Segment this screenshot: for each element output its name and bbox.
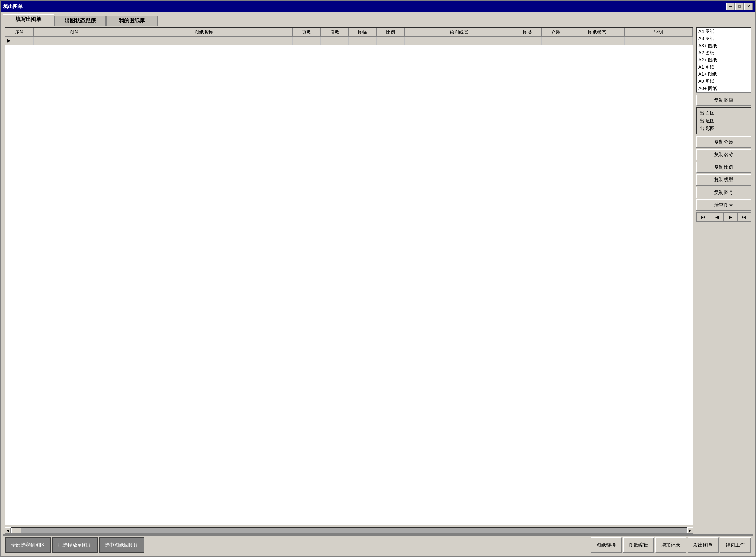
empty-cell bbox=[405, 36, 514, 45]
send-drawing-btn[interactable]: 发出图单 bbox=[688, 537, 719, 553]
output-color-btn[interactable]: 出 彩图 bbox=[698, 125, 750, 133]
tab-status-tracking[interactable]: 出图状态跟踪 bbox=[54, 16, 106, 26]
empty-cell bbox=[33, 36, 115, 45]
scroll-right-btn[interactable]: ▶ bbox=[687, 527, 693, 534]
col-header-medium: 介质 bbox=[542, 28, 570, 36]
content-area: 序号 图号 图纸名称 页数 份数 图幅 比例 绘图线宽 图类 介质 图纸状态 bbox=[3, 26, 753, 535]
paper-a3[interactable]: A3 图纸 bbox=[697, 35, 751, 42]
paper-a1[interactable]: A1 图纸 bbox=[697, 64, 751, 71]
title-bar: 填出图单 — □ ✕ bbox=[1, 1, 755, 12]
col-header-frame: 图幅 bbox=[349, 28, 377, 36]
paper-a3plus[interactable]: A3+ 图纸 bbox=[697, 42, 751, 50]
col-header-pages: 页数 bbox=[293, 28, 321, 36]
empty-cell bbox=[377, 36, 405, 45]
window-body: 填写出图单 出图状态跟踪 我的图纸库 序号 图号 图纸名称 页数 bbox=[1, 12, 755, 556]
scroll-left-btn[interactable]: ◀ bbox=[4, 527, 11, 534]
add-record-btn[interactable]: 增加记录 bbox=[655, 537, 686, 553]
paper-a0plus[interactable]: A0+ 图纸 bbox=[697, 85, 751, 92]
select-all-btn[interactable]: 全部选定到图区 bbox=[5, 537, 51, 553]
tab-fill-drawing[interactable]: 填写出图单 bbox=[3, 14, 54, 26]
paper-a2plus[interactable]: A2+ 图纸 bbox=[697, 57, 751, 64]
nav-prev-btn[interactable]: ◀ bbox=[710, 213, 724, 221]
close-button[interactable]: ✕ bbox=[744, 3, 753, 10]
return-to-library-btn[interactable]: 选中图纸回图库 bbox=[99, 537, 145, 553]
tab-bar: 填写出图单 出图状态跟踪 我的图纸库 bbox=[3, 14, 753, 26]
copy-drawing-no-button[interactable]: 复制图号 bbox=[696, 187, 752, 198]
col-header-linewidth: 绘图线宽 bbox=[405, 28, 514, 36]
col-header-copies: 份数 bbox=[320, 28, 349, 36]
scroll-thumb[interactable] bbox=[11, 528, 21, 533]
empty-cell bbox=[514, 36, 542, 45]
nav-next-btn[interactable]: ▶ bbox=[724, 213, 737, 221]
col-header-scale: 比例 bbox=[377, 28, 405, 36]
output-base-btn[interactable]: 出 底图 bbox=[698, 117, 750, 125]
paper-a4[interactable]: A4 图纸 bbox=[697, 28, 751, 35]
drawing-edit-btn[interactable]: 图纸编辑 bbox=[623, 537, 654, 553]
window-controls: — □ ✕ bbox=[726, 3, 753, 10]
copy-linetype-button[interactable]: 复制线型 bbox=[696, 174, 752, 185]
tab-my-library[interactable]: 我的图纸库 bbox=[106, 16, 158, 26]
paper-a2[interactable]: A2 图纸 bbox=[697, 50, 751, 57]
empty-cell bbox=[293, 36, 321, 45]
put-to-library-btn[interactable]: 把选择放至图库 bbox=[52, 537, 98, 553]
copy-medium-button[interactable]: 复制介质 bbox=[696, 137, 752, 148]
main-window: 填出图单 — □ ✕ 填写出图单 出图状态跟踪 我的图纸库 序号 bbox=[0, 0, 756, 557]
empty-cell bbox=[349, 36, 377, 45]
arrow-cell: ▶ bbox=[5, 36, 34, 45]
main-panel: 序号 图号 图纸名称 页数 份数 图幅 比例 绘图线宽 图类 介质 图纸状态 bbox=[3, 26, 695, 534]
bottom-toolbar: 全部选定到图区 把选择放至图库 选中图纸回图库 图纸链接 图纸编辑 增加记录 发… bbox=[3, 535, 753, 554]
table-container[interactable]: 序号 图号 图纸名称 页数 份数 图幅 比例 绘图线宽 图类 介质 图纸状态 bbox=[4, 27, 693, 525]
nav-buttons: ⏮ ◀ ▶ ⏭ bbox=[696, 212, 752, 222]
empty-cell bbox=[570, 36, 624, 45]
scroll-track[interactable] bbox=[11, 527, 687, 534]
empty-cell bbox=[115, 36, 293, 45]
copy-scale-button[interactable]: 复制比例 bbox=[696, 162, 752, 173]
paper-a0[interactable]: A0 图纸 bbox=[697, 78, 751, 85]
right-btn-group: 图纸链接 图纸编辑 增加记录 发出图单 结束工作 bbox=[591, 537, 751, 553]
col-header-drawing-no: 图号 bbox=[33, 28, 115, 36]
output-white-btn[interactable]: 出 白图 bbox=[698, 109, 750, 117]
window-title: 填出图单 bbox=[3, 4, 23, 10]
copy-name-button[interactable]: 复制名称 bbox=[696, 149, 752, 160]
clear-drawing-no-button[interactable]: 清空图号 bbox=[696, 200, 752, 211]
nav-last-btn[interactable]: ⏭ bbox=[737, 213, 751, 221]
empty-cell bbox=[624, 36, 692, 45]
paper-a1plus[interactable]: A1+ 图纸 bbox=[697, 71, 751, 78]
nav-first-btn[interactable]: ⏮ bbox=[697, 213, 710, 221]
output-buttons-group: 出 白图 出 底图 出 彩图 bbox=[696, 107, 752, 135]
copy-frame-button[interactable]: 复制图幅 bbox=[696, 95, 752, 106]
col-header-status: 图纸状态 bbox=[570, 28, 624, 36]
col-header-note: 说明 bbox=[624, 28, 692, 36]
minimize-button[interactable]: — bbox=[726, 3, 735, 10]
end-work-btn[interactable]: 结束工作 bbox=[720, 537, 751, 553]
horizontal-scrollbar[interactable]: ◀ ▶ bbox=[4, 527, 693, 534]
right-panel: A4 图纸 A3 图纸 A3+ 图纸 A2 图纸 A2+ 图纸 A1 图纸 A1… bbox=[695, 26, 753, 534]
col-header-type: 图类 bbox=[514, 28, 542, 36]
drawing-link-btn[interactable]: 图纸链接 bbox=[591, 537, 622, 553]
empty-cell bbox=[542, 36, 570, 45]
paper-size-list: A4 图纸 A3 图纸 A3+ 图纸 A2 图纸 A2+ 图纸 A1 图纸 A1… bbox=[696, 27, 752, 93]
drawing-table: 序号 图号 图纸名称 页数 份数 图幅 比例 绘图线宽 图类 介质 图纸状态 bbox=[5, 28, 693, 45]
table-row-arrow[interactable]: ▶ bbox=[5, 36, 693, 45]
maximize-button[interactable]: □ bbox=[735, 3, 744, 10]
col-header-seq: 序号 bbox=[5, 28, 34, 36]
empty-cell bbox=[320, 36, 349, 45]
col-header-drawing-name: 图纸名称 bbox=[115, 28, 293, 36]
